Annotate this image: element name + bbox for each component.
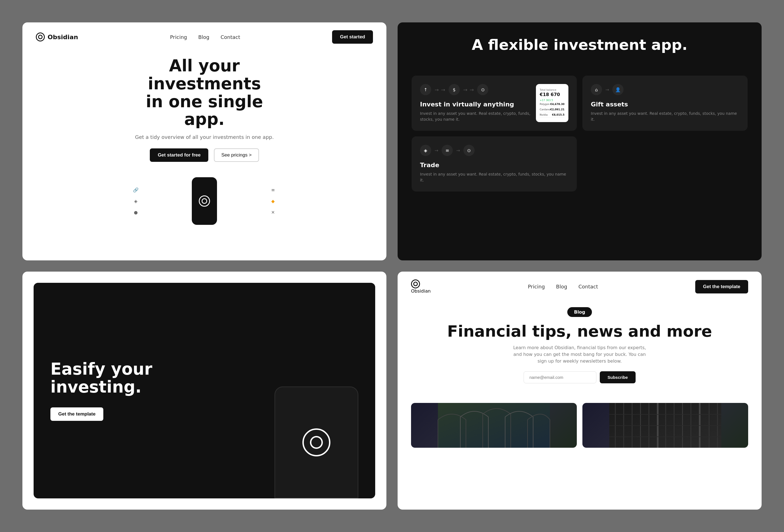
panel-easify: Easify your investing. Get the template: [22, 272, 386, 510]
get-started-button[interactable]: Get started for free: [150, 148, 208, 162]
invest-title: Invest in virtually anything: [420, 101, 536, 108]
icon-eth: ◈: [132, 197, 140, 205]
icon-eth2: ◈: [420, 145, 431, 156]
balance-change: +17 363.5: [540, 99, 564, 102]
nav-links: Pricing Blog Contact: [170, 34, 240, 40]
icon-link: 🔗: [132, 186, 140, 194]
invest-desc: Invest in any asset you want. Real estat…: [420, 111, 536, 122]
svg-rect-17: [609, 437, 721, 437]
icon-settings: ⊙: [477, 84, 488, 95]
blog-hero: Blog Financial tips, news and more Learn…: [398, 302, 762, 403]
blog-cta-button[interactable]: Get the template: [695, 280, 748, 293]
phone-logo-icon: [199, 195, 210, 207]
blog-logo-text: Obsidian: [411, 288, 431, 294]
hero-buttons: Get started for free See pricings >: [36, 148, 373, 162]
icon-list: ≡: [269, 186, 277, 194]
icon-person: 👤: [612, 84, 623, 95]
nav-bar: Obsidian Pricing Blog Contact Get starte…: [22, 22, 386, 52]
icon-dollar: $: [449, 84, 460, 95]
phone-area: 🔗 ◈ ● ≡ ◆ ✕: [22, 173, 386, 229]
phone-mockup-large: [274, 386, 358, 498]
email-input[interactable]: [524, 371, 596, 383]
icon-x: ✕: [269, 208, 277, 217]
nav-contact[interactable]: Contact: [221, 34, 240, 40]
blog-logo-icon: [411, 279, 420, 288]
blog-badge: Blog: [567, 307, 592, 317]
svg-rect-15: [609, 414, 721, 415]
hero-subheading: Get a tidy overview of all your investme…: [36, 134, 373, 140]
dark-headline: A flexible investment app.: [414, 36, 745, 53]
panel-blog: Obsidian Pricing Blog Contact Get the te…: [398, 272, 762, 510]
trade-icons: ◈ → ≡ → ⊙: [420, 145, 568, 156]
features-grid: ↑ → $ → ⊙ Invest in virtually anything I…: [398, 76, 762, 205]
blog-logo: Obsidian: [411, 279, 431, 294]
feature-top: ↑ → $ → ⊙ Invest in virtually anything I…: [420, 84, 568, 122]
float-icons-right: ≡ ◆ ✕: [269, 186, 277, 217]
hero-headline: All your investments in one single app.: [134, 57, 274, 129]
nav-blog[interactable]: Blog: [198, 34, 209, 40]
invest-icons: ↑ → $ → ⊙: [420, 84, 536, 95]
svg-rect-16: [609, 425, 721, 426]
arrow-connector: →: [435, 84, 445, 95]
building-svg-1: [411, 403, 577, 448]
hero-section: All your investments in one single app. …: [22, 52, 386, 162]
blog-image-1: [411, 403, 577, 448]
icon-bars: ≡: [442, 145, 453, 156]
large-logo-icon: [302, 428, 330, 456]
asset-row: Polygon €4,678.30: [540, 102, 564, 107]
phone-mockup: [192, 177, 217, 225]
gift-desc: Invest in any asset you want. Real estat…: [591, 111, 739, 122]
logo-icon: [36, 32, 45, 41]
panel-dark-features: A flexible investment app. ↑ → $ → ⊙ Inv…: [398, 22, 762, 260]
balance-label: Total balance: [540, 88, 564, 91]
asset-row: Cardano €2,091.21: [540, 107, 564, 112]
icon-settings2: ⊙: [464, 145, 475, 156]
trade-desc: Invest in any asset you want. Real estat…: [420, 171, 568, 183]
feature-gift: ⌂ → 👤 Gift assets Invest in any asset yo…: [582, 76, 748, 131]
easify-headline: Easify your investing.: [50, 360, 152, 396]
icon-house: ⌂: [591, 84, 602, 95]
icon-gold: ◆: [269, 197, 277, 205]
arrow-connector-2: →: [463, 84, 474, 95]
building-svg-2: [582, 403, 748, 448]
icon-arrow-up: ↑: [420, 84, 431, 95]
blog-images: [398, 403, 762, 448]
panel-white-hero: Obsidian Pricing Blog Contact Get starte…: [22, 22, 386, 260]
balance-amount: €18 670: [540, 92, 564, 97]
subscribe-row: Subscribe: [414, 371, 745, 383]
blog-nav-contact[interactable]: Contact: [579, 284, 598, 289]
blog-nav: Obsidian Pricing Blog Contact Get the te…: [398, 272, 762, 302]
feature-trade: ◈ → ≡ → ⊙ Trade Invest in any asset you …: [412, 136, 577, 192]
blog-image-2: [582, 403, 748, 448]
dark-hero: A flexible investment app.: [398, 22, 762, 76]
blog-headline: Financial tips, news and more: [414, 323, 745, 340]
gift-title: Gift assets: [591, 101, 739, 108]
feature-invest: ↑ → $ → ⊙ Invest in virtually anything I…: [412, 76, 577, 131]
icon-coin: ●: [132, 208, 140, 217]
blog-nav-blog[interactable]: Blog: [556, 284, 567, 289]
cta-button[interactable]: Get started: [332, 30, 373, 44]
blog-subheading: Learn more about Obsidian, financial tip…: [510, 344, 650, 365]
dark-inner-panel: Easify your investing. Get the template: [34, 283, 375, 498]
asset-row: Nvidia €8,015.5: [540, 112, 564, 118]
logo: Obsidian: [36, 32, 78, 41]
phone-preview: Total balance €18 670 +17 363.5 Polygon …: [536, 84, 568, 122]
subscribe-button[interactable]: Subscribe: [600, 371, 636, 383]
blog-nav-links: Pricing Blog Contact: [528, 284, 598, 289]
see-pricings-button[interactable]: See pricings >: [214, 148, 259, 162]
get-template-button[interactable]: Get the template: [50, 408, 103, 421]
logo-text: Obsidian: [48, 34, 78, 40]
blog-nav-pricing[interactable]: Pricing: [528, 284, 545, 289]
trade-title: Trade: [420, 162, 568, 169]
float-icons-left: 🔗 ◈ ●: [132, 186, 140, 217]
gift-icons: ⌂ → 👤: [591, 84, 739, 95]
easify-text: Easify your investing. Get the template: [34, 343, 169, 438]
nav-pricing[interactable]: Pricing: [170, 34, 187, 40]
